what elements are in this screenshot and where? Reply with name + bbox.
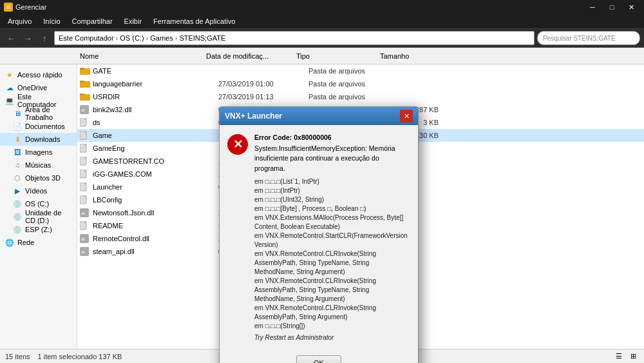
- stack-line: em □.□.□(IntPtr): [254, 186, 410, 195]
- stack-line: em □.□.□(String[]): [254, 322, 410, 331]
- stack-line: em VNX.RemoteControl.CLRInvoke(String As…: [254, 304, 410, 322]
- error-message: System.InsufficientMemoryException: Memó…: [254, 144, 410, 173]
- dialog-close-button[interactable]: ✕: [400, 110, 413, 123]
- stack-line: em VNX.Extensions.MAlloc(Process Process…: [254, 213, 410, 231]
- ok-button[interactable]: OK: [296, 355, 341, 363]
- dialog-title: VNX+ Launcher: [225, 112, 282, 121]
- dialog-overlay: VNX+ Launcher ✕ ✕ Error Code: 0x80000006…: [0, 0, 644, 363]
- stack-line: em □.□.□(UInt32, String): [254, 195, 410, 204]
- dialog-titlebar: VNX+ Launcher ✕: [220, 107, 418, 125]
- stack-line: em VNX.RemoteControl.CLRInvoke(String As…: [254, 250, 410, 277]
- stack-line: em VNX.RemoteControl.StartCLR(FrameworkV…: [254, 231, 410, 250]
- stack-line: em VNX.RemoteControl.CLRInvoke(String As…: [254, 277, 410, 304]
- stack-trace: em □.□.□(List`1, IntPtr)em □.□.□(IntPtr)…: [254, 177, 410, 342]
- dialog-footer: OK: [220, 350, 418, 363]
- error-dialog: VNX+ Launcher ✕ ✕ Error Code: 0x80000006…: [219, 106, 419, 363]
- error-text: Error Code: 0x80000006 System.Insufficie…: [254, 133, 410, 342]
- stack-line: em □.□.□(List`1, IntPtr): [254, 177, 410, 186]
- footer-note: Try Restart as Administrator: [254, 333, 410, 342]
- stack-line: em □.□.□[Byte] , Process □, Boolean □): [254, 204, 410, 213]
- error-icon: ✕: [227, 134, 248, 155]
- dialog-body: ✕ Error Code: 0x80000006 System.Insuffic…: [220, 125, 418, 350]
- error-code: Error Code: 0x80000006: [254, 133, 410, 142]
